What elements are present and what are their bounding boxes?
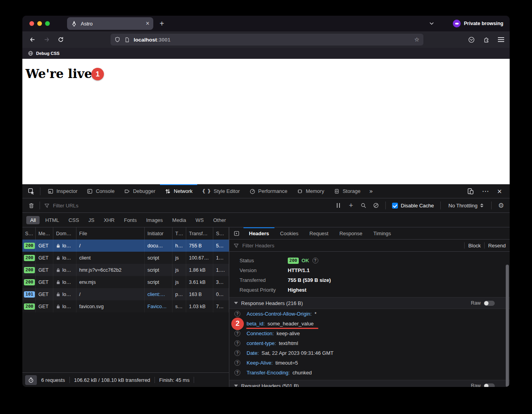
header-help-icon[interactable]: ? [234,350,240,356]
page-info-icon[interactable] [124,37,130,43]
type-filter-media[interactable]: Media [168,216,190,224]
list-tabs-chevron-icon[interactable] [429,20,435,27]
disable-cache-checkbox[interactable] [392,203,398,209]
request-row[interactable]: 200 GET lo… hmr.js?v=6cc762b2 script js … [22,264,229,276]
col-file[interactable]: File [76,227,145,240]
url-bar[interactable]: localhost:3001 ☆ [111,34,423,45]
responsive-design-icon[interactable] [465,188,476,195]
network-settings-gear-icon[interactable]: ⚙ [496,200,507,211]
header-name: beta_id [247,321,265,327]
devtools-tab-console[interactable]: Console [82,184,119,198]
bookmark-debug-css[interactable]: Debug CSS [36,51,60,56]
header-row[interactable]: ? Keep-Alivetimeout=5 [229,358,510,368]
extensions-puzzle-icon[interactable] [483,36,490,43]
initiator-link[interactable]: Favico… [145,300,172,312]
type-filter-css[interactable]: CSS [65,216,83,224]
col-domain[interactable]: Dom… [53,227,76,240]
header-help-icon[interactable]: ? [234,360,240,366]
raw-toggle[interactable] [484,301,495,306]
devtools-tab-memory[interactable]: Memory [292,184,329,198]
devtools-tab-style-editor[interactable]: { } Style Editor [197,184,245,198]
split-pane-toggle-icon[interactable] [229,227,243,239]
devtools-tab-storage[interactable]: Storage [329,184,365,198]
type-cell: js [172,276,186,288]
type-filter-all[interactable]: All [26,216,40,224]
header-row[interactable]: ? content-typetext/html [229,338,510,348]
pause-icon[interactable] [333,200,344,211]
status-help-icon[interactable]: ? [312,258,318,263]
request-row[interactable]: 200 GET lo… env.mjs script js 3.61 kB 3… [22,276,229,288]
devtools-close-icon[interactable]: × [495,187,504,195]
header-help-icon[interactable]: ? [234,370,240,376]
maximize-window-button[interactable] [45,21,50,26]
details-tab-headers[interactable]: Headers [243,227,274,239]
back-button[interactable] [28,36,37,43]
col-initiator[interactable]: Initiator [145,227,172,240]
header-help-icon[interactable]: ? [234,330,240,336]
header-help-icon[interactable]: ? [234,311,240,317]
details-tab-request[interactable]: Request [304,227,334,239]
type-filter-other[interactable]: Other [209,216,230,224]
details-tab-response[interactable]: Response [334,227,368,239]
header-help-icon[interactable]: ? [234,340,240,346]
block-button[interactable]: Block [468,243,481,249]
resend-button[interactable]: Resend [488,243,506,249]
col-type[interactable]: T… [172,227,186,240]
type-filter-fonts[interactable]: Fonts [120,216,141,224]
col-transferred[interactable]: Transf… [186,227,213,240]
devtools-menu-dots-icon[interactable]: ⋯ [479,187,492,195]
new-tab-button[interactable]: + [160,19,164,28]
col-method[interactable]: Me… [36,227,53,240]
reload-button[interactable] [56,36,65,43]
type-filter-xhr[interactable]: XHR [100,216,118,224]
bookmark-star-icon[interactable]: ☆ [414,36,419,43]
type-filter-images[interactable]: Images [142,216,167,224]
devtools-tab-inspector[interactable]: Inspector [43,184,82,198]
pick-element-icon[interactable] [25,184,38,198]
details-tab-timings[interactable]: Timings [368,227,396,239]
forward-button[interactable] [42,36,51,43]
performance-analysis-stopwatch-icon[interactable] [25,375,37,385]
tab-close-icon[interactable]: × [146,20,149,27]
filter-urls-input[interactable]: Filter URLs [42,203,333,209]
devtools-tab-network[interactable]: Network [160,184,197,198]
url-host: localhost [134,37,157,43]
search-icon[interactable] [358,200,369,211]
clear-requests-trash-icon[interactable] [25,202,37,209]
close-window-button[interactable] [29,21,34,26]
col-size[interactable]: S… [213,227,229,240]
raw-toggle[interactable] [484,383,495,387]
navigation-toolbar: localhost:3001 ☆ [22,31,510,48]
block-icon[interactable] [370,200,381,211]
request-row[interactable]: 200 GET lo… client script js 100.67… 1… [22,252,229,264]
throttling-dropdown[interactable]: No Throttling [445,203,487,209]
request-row[interactable]: 101 GET lo… / client:… p… 163 B 0… [22,288,229,300]
header-row-beta-id[interactable]: ? beta_idsome_header_value 2 [229,319,510,329]
header-row[interactable]: ? Transfer-Encodingchunked [229,368,510,378]
type-filter-js[interactable]: JS [85,216,98,224]
devtools-tab-debugger[interactable]: Debugger [119,184,160,198]
header-row[interactable]: ? Connectionkeep-alive [229,329,510,338]
menu-hamburger-icon[interactable] [498,39,504,40]
shield-icon[interactable] [114,36,120,43]
collapse-triangle-icon [234,302,238,304]
filter-headers-placeholder[interactable]: Filter Headers [242,243,274,249]
header-row[interactable]: ? DateSat, 22 Apr 2023 09:31:46 GMT [229,348,510,358]
details-tab-cookies[interactable]: Cookies [274,227,304,239]
disable-cache-control[interactable]: Disable Cache [390,203,436,209]
devtools-tab-performance[interactable]: Performance [245,184,292,198]
more-tabs-chevrons-icon[interactable]: » [365,184,377,198]
request-row[interactable]: 200 GET lo… / docu… h… 755 B 5… [22,240,229,252]
pocket-icon[interactable] [468,36,475,43]
browser-tab-astro[interactable]: Astro × [67,17,153,30]
add-request-plus-icon[interactable]: + [345,200,356,211]
request-headers-section[interactable]: Request Headers (501 B) Raw [229,380,510,387]
header-row[interactable]: ? Access-Control-Allow-Origin* [229,309,510,319]
request-row[interactable]: 200 GET lo… favicon.svg Favico… s… 1.03 … [22,300,229,312]
type-filter-ws[interactable]: WS [192,216,208,224]
initiator-link[interactable]: client:… [145,288,172,300]
minimize-window-button[interactable] [37,21,42,26]
type-filter-html[interactable]: HTML [41,216,63,224]
col-status[interactable]: S… [22,227,36,240]
response-headers-section[interactable]: Response Headers (216 B) Raw [229,297,510,309]
